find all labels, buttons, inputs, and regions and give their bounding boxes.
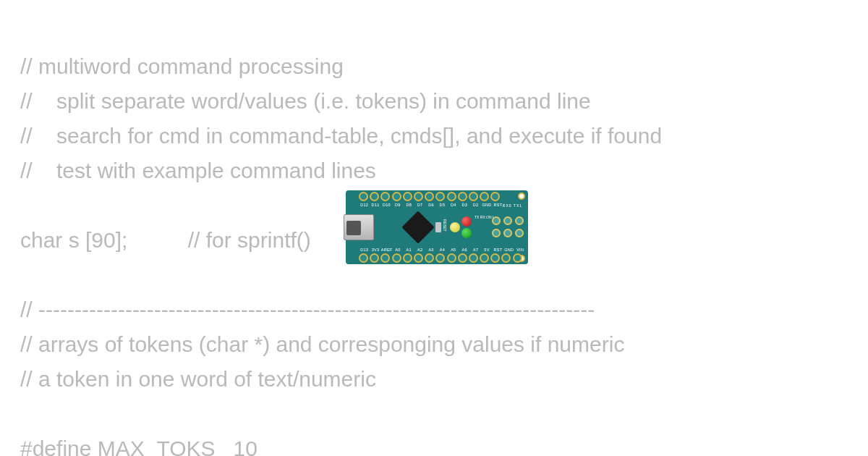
pin <box>490 253 500 263</box>
pin-label: VIN <box>514 248 525 252</box>
pin-label: A1 <box>404 248 414 252</box>
pin-label: GND <box>481 203 492 207</box>
pin <box>425 253 434 263</box>
pin-label: D8 <box>404 203 414 207</box>
pin <box>380 253 390 263</box>
pin-header-top <box>359 192 501 201</box>
pin <box>359 253 368 263</box>
pin <box>458 192 467 201</box>
pin-label: 3V3 <box>370 248 380 252</box>
proto-hole <box>503 229 512 237</box>
pin-label: A0 <box>392 248 403 252</box>
pin <box>469 253 478 263</box>
pin-label: D6 <box>425 203 436 207</box>
pin-label: D12 <box>359 203 370 207</box>
pin <box>392 253 401 263</box>
pin <box>469 192 478 201</box>
pin <box>380 192 390 201</box>
pin <box>403 253 412 263</box>
pin <box>447 253 456 263</box>
pin-label: RST <box>493 203 503 207</box>
prototype-area <box>489 214 524 241</box>
pin <box>425 192 434 201</box>
proto-hole <box>503 216 512 225</box>
pin-labels-bottom: D133V3AREFA0A1A2A3A4A5A6A75VRSTGNDVIN <box>359 248 526 252</box>
pin <box>392 192 401 201</box>
pin-label: A2 <box>414 248 425 252</box>
rx-tx-label: RX0 TX1 <box>503 203 522 208</box>
pin-label: A4 <box>437 248 448 252</box>
pin-label: 5V <box>481 248 492 252</box>
pin-labels-top: D12D11D10D9D8D7D6D5D4D3D2GNDRST <box>359 203 503 207</box>
pin-label: D13 <box>359 248 370 252</box>
pin-label: D9 <box>392 203 403 207</box>
pin-label: RST <box>493 248 503 252</box>
led-tx <box>461 216 472 227</box>
pin <box>435 192 445 201</box>
pin-label: AREF <box>381 248 392 252</box>
pin-header-bottom <box>359 253 524 263</box>
proto-hole <box>492 229 501 237</box>
pin-label: A7 <box>470 248 481 252</box>
reset-label: RESET <box>443 219 447 232</box>
pin-label: D3 <box>459 203 470 207</box>
usb-mini-port <box>344 214 374 240</box>
pin-label: D4 <box>448 203 459 207</box>
proto-hole <box>492 216 501 225</box>
pin <box>403 192 412 201</box>
pin <box>370 192 379 201</box>
pin <box>513 253 522 263</box>
pin <box>370 253 379 263</box>
led-l <box>450 222 460 232</box>
pin <box>480 253 489 263</box>
reset-button <box>435 222 441 232</box>
pin-label: D10 <box>381 203 392 207</box>
mounting-hole <box>518 193 525 200</box>
pin <box>480 192 489 201</box>
pin <box>359 192 368 201</box>
pin <box>435 253 445 263</box>
led-on <box>461 228 472 238</box>
proto-hole <box>515 229 524 237</box>
pin <box>414 253 423 263</box>
pin-label: D5 <box>437 203 448 207</box>
arduino-nano-board: D12D11D10D9D8D7D6D5D4D3D2GNDRST D133V3AR… <box>346 190 528 264</box>
pin <box>414 192 423 201</box>
pin <box>490 192 500 201</box>
proto-hole <box>515 216 524 225</box>
pin <box>501 253 511 263</box>
pin-label: D7 <box>414 203 425 207</box>
pin-label: D2 <box>470 203 481 207</box>
pin <box>458 253 467 263</box>
pin <box>447 192 456 201</box>
pin-label: GND <box>503 248 514 252</box>
code-block: // multiword command processing // split… <box>20 49 662 456</box>
pin-label: A5 <box>448 248 459 252</box>
pin-label: D11 <box>370 203 380 207</box>
pin-label: A6 <box>459 248 470 252</box>
pin-label: A3 <box>425 248 436 252</box>
